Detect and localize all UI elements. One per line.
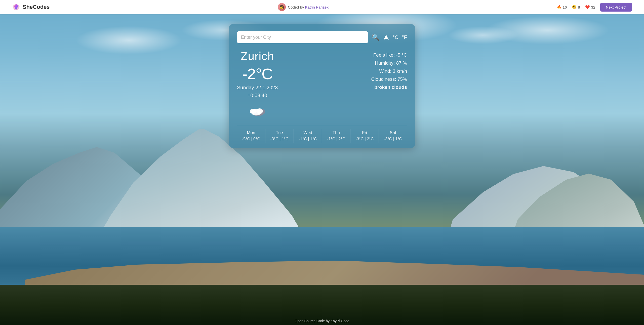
svg-point-10 (256, 108, 263, 114)
location-button[interactable] (383, 34, 389, 40)
forecast-day-name: Sat (390, 130, 396, 135)
celsius-button[interactable]: °C (393, 34, 398, 40)
heart-count: 32 (591, 5, 595, 9)
laugh-reaction: 😄 8 (572, 5, 580, 9)
city-name: Zurich (240, 49, 274, 63)
weather-description: broken clouds (371, 85, 407, 90)
heart-icon: ❤️ (585, 5, 590, 9)
humidity: Humidity: 87 % (371, 60, 407, 66)
next-project-button[interactable]: Next Project (600, 3, 632, 12)
laugh-count: 8 (578, 5, 580, 9)
forecast-day-name: Thu (333, 130, 340, 135)
logo-container: SheCodes (12, 3, 50, 11)
weather-icon (249, 102, 266, 121)
location-arrow-icon (383, 34, 389, 40)
forecast-day: Sat-3°C | 1°C (379, 129, 407, 143)
search-icon: 🔍 (372, 33, 380, 41)
logo-text: SheCodes (23, 4, 50, 10)
weather-main: Zurich -2°C Sunday 22.1.2023 10:08:40 (237, 49, 407, 121)
fire-reaction: 🔥 16 (557, 5, 567, 9)
forecast-temps: -1°C | 1°C (299, 137, 317, 141)
cloudiness: Cloudiness: 75% (371, 76, 407, 82)
forecast-row: Mon-5°C | 0°CTue-3°C | 1°CWed-1°C | 1°CT… (237, 125, 407, 143)
navbar-center: 👩 Coded by Katrin Parizek (278, 3, 329, 11)
forecast-day: Mon-5°C | 0°C (237, 129, 265, 143)
weather-right: Feels like: -5 °C Humidity: 87 % Wind: 3… (371, 49, 407, 90)
search-button[interactable]: 🔍 (372, 33, 380, 41)
forecast-day: Fri-3°C | 2°C (350, 129, 379, 143)
forecast-day-name: Tue (276, 130, 283, 135)
forecast-temps: -3°C | 2°C (355, 137, 374, 141)
forecast-temps: -1°C | 2°C (327, 137, 345, 141)
author-link[interactable]: Katrin Parizek (305, 5, 329, 9)
wind: Wind: 3 km/h (371, 68, 407, 74)
forecast-day: Wed-1°C | 1°C (294, 129, 322, 143)
weather-card: 🔍 °C °F Zurich -2°C Sunday 22.1.2023 10:… (229, 24, 415, 148)
date-display: Sunday 22.1.2023 (237, 85, 278, 91)
weather-left: Zurich -2°C Sunday 22.1.2023 10:08:40 (237, 49, 278, 121)
fire-icon: 🔥 (557, 5, 561, 9)
fire-count: 16 (563, 5, 567, 9)
forecast-temps: -3°C | 1°C (384, 137, 402, 141)
cloud-icon (249, 105, 266, 117)
time-display: 10:08:40 (248, 93, 267, 98)
city-search-input[interactable] (237, 31, 368, 43)
forecast-day-name: Wed (303, 130, 312, 135)
avatar-emoji: 👩 (279, 5, 284, 10)
temperature-display: -2°C (242, 65, 273, 83)
svg-point-11 (250, 109, 256, 114)
fahrenheit-button[interactable]: °F (402, 34, 407, 40)
laugh-icon: 😄 (572, 5, 577, 9)
heart-reaction: ❤️ 32 (585, 5, 595, 9)
navbar: SheCodes 👩 Coded by Katrin Parizek 🔥 16 … (0, 0, 644, 14)
forecast-temps: -5°C | 0°C (242, 137, 260, 141)
forecast-day: Tue-3°C | 1°C (265, 129, 294, 143)
navbar-right: 🔥 16 😄 8 ❤️ 32 Next Project (557, 3, 632, 12)
avatar: 👩 (278, 3, 286, 11)
footer-text: Open Source Code by KayPi-Code (295, 319, 349, 323)
forecast-day-name: Mon (247, 130, 255, 135)
forecast-day: Thu-1°C | 2°C (322, 129, 350, 143)
search-row: 🔍 °C °F (237, 31, 407, 43)
feels-like: Feels like: -5 °C (371, 52, 407, 58)
shecodes-logo-icon (12, 3, 20, 11)
footer: Open Source Code by KayPi-Code (295, 319, 349, 323)
forecast-day-name: Fri (362, 130, 367, 135)
coded-by-label: Coded by Katrin Parizek (288, 5, 329, 9)
forecast-temps: -3°C | 1°C (270, 137, 289, 141)
